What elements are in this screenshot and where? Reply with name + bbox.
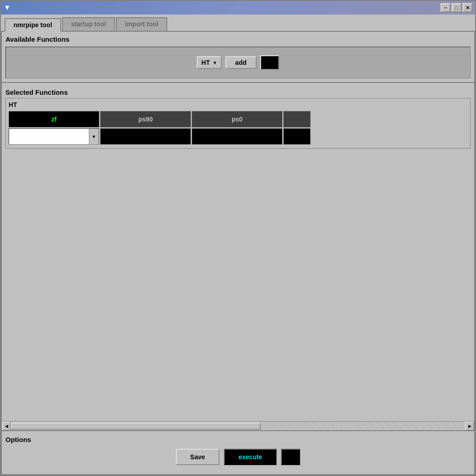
selected-functions-section: Selected Functions HT zf ps90 ps0 [2,85,474,152]
func-input-zf-field[interactable] [9,129,89,144]
functions-input-row: ▼ [9,128,467,145]
func-ps0-label: ps0 [232,116,243,123]
functions-table: zf ps90 ps0 ▼ [9,111,467,146]
available-functions-section: Available Functions HT ▼ add [2,32,474,82]
func-input-ps0[interactable] [192,128,282,145]
func-input-zf[interactable]: ▼ [9,128,99,145]
available-functions-title: Available Functions [5,35,471,43]
content-spacer [2,152,474,421]
ht-dropdown-label: HT [201,59,210,66]
title-bar-left: ▼ [4,4,11,12]
options-section: Options Save execute [2,430,474,474]
tab-nmrpipe[interactable]: nmrpipe tool [5,18,61,32]
scrollbar-area: ◀ ▶ [2,421,474,430]
func-input-extra [283,128,311,145]
main-content: Available Functions HT ▼ add Selected Fu… [1,31,475,475]
options-buttons: Save execute [5,449,471,470]
ht-dropdown[interactable]: HT ▼ [197,56,222,69]
func-input-ps90[interactable] [100,128,191,145]
save-button[interactable]: Save [176,449,220,465]
maximize-button[interactable]: □ [452,3,461,12]
chevron-icon[interactable]: ▼ [4,4,11,12]
tab-startup[interactable]: startup tool [62,17,115,31]
dropdown-arrow-icon: ▼ [213,60,217,65]
ht-group-label: HT [9,101,467,108]
func-cell-ps90[interactable]: ps90 [100,111,191,127]
func-input-dropdown-icon[interactable]: ▼ [89,129,99,144]
func-zf-label: zf [51,116,57,123]
func-ps90-label: ps90 [138,116,153,123]
tabs-row: nmrpipe tool startup tool import tool [1,15,475,31]
func-cell-extra [283,111,311,127]
available-functions-area: HT ▼ add [5,47,471,78]
scroll-thumb[interactable] [11,423,261,430]
ht-group: HT zf ps90 ps0 [5,98,471,149]
title-bar-controls: − □ ✕ [441,3,472,12]
options-title: Options [5,436,471,443]
func-cell-zf[interactable]: zf [9,111,99,127]
func-cell-ps0[interactable]: ps0 [192,111,282,127]
minimize-button[interactable]: − [441,3,451,12]
execute-button[interactable]: execute [224,449,277,465]
main-window: ▼ − □ ✕ nmrpipe tool startup tool import… [0,0,476,476]
divider [2,82,474,83]
add-button[interactable]: add [225,56,257,69]
scroll-track[interactable] [11,423,465,430]
options-color-swatch[interactable] [281,449,300,465]
scroll-left-button[interactable]: ◀ [2,422,11,431]
functions-name-row: zf ps90 ps0 [9,111,467,127]
scroll-right-button[interactable]: ▶ [465,422,474,431]
close-button[interactable]: ✕ [462,3,472,12]
tab-import[interactable]: import tool [116,17,167,31]
color-swatch[interactable] [260,55,279,70]
selected-functions-title: Selected Functions [5,88,471,96]
title-bar: ▼ − □ ✕ [1,1,475,15]
